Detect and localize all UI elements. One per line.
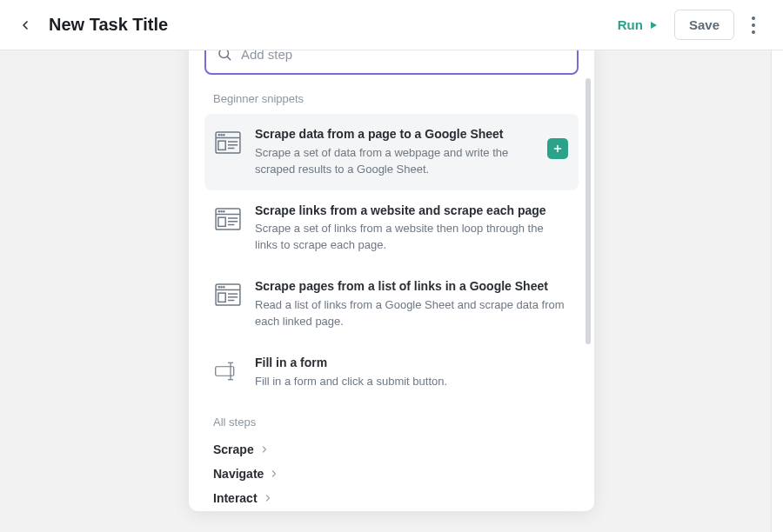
svg-point-25 xyxy=(218,287,219,288)
svg-rect-19 xyxy=(218,217,225,226)
step-category-label: Interact xyxy=(213,491,258,505)
svg-rect-32 xyxy=(216,366,234,376)
snippet-description: Read a list of links from a Google Sheet… xyxy=(255,297,568,330)
back-button[interactable] xyxy=(16,16,35,35)
kebab-icon xyxy=(752,15,755,36)
page-title[interactable]: New Task Title xyxy=(49,15,168,35)
svg-marker-0 xyxy=(651,22,657,29)
run-label: Run xyxy=(618,17,643,32)
app-header: New Task Title Run Save xyxy=(0,0,783,50)
browser-icon xyxy=(215,206,241,232)
snippet-item[interactable]: Scrape pages from a list of links in a G… xyxy=(204,266,579,342)
chevron-right-icon xyxy=(259,444,270,455)
step-category-label: Navigate xyxy=(213,467,264,481)
chevron-left-icon xyxy=(18,18,32,32)
svg-point-16 xyxy=(218,210,219,211)
chevron-right-icon xyxy=(269,469,279,479)
panel-scrollbar[interactable] xyxy=(586,78,591,344)
snippet-description: Scrape a set of data from a webpage and … xyxy=(255,145,533,178)
more-menu-button[interactable] xyxy=(743,10,764,41)
snippet-item[interactable]: Scrape links from a website and scrape e… xyxy=(204,190,579,267)
svg-point-17 xyxy=(221,210,222,211)
svg-point-6 xyxy=(221,135,222,136)
play-icon xyxy=(648,20,659,30)
all-steps-label: All steps xyxy=(213,416,570,429)
svg-rect-8 xyxy=(218,141,225,150)
step-category[interactable]: Spreadsheet xyxy=(204,510,579,511)
snippet-body: Scrape links from a website and scrape e… xyxy=(255,203,568,255)
svg-line-2 xyxy=(227,57,230,59)
snippet-description: Fill in a form and click a submit button… xyxy=(255,374,568,390)
run-button[interactable]: Run xyxy=(609,12,667,37)
snippet-title: Scrape data from a page to a Google Shee… xyxy=(255,126,533,143)
svg-point-26 xyxy=(221,287,222,288)
add-snippet-button[interactable] xyxy=(547,138,568,159)
snippet-body: Fill in a formFill in a form and click a… xyxy=(255,355,568,390)
snippet-title: Scrape pages from a list of links in a G… xyxy=(255,278,568,295)
snippet-body: Scrape data from a page to a Google Shee… xyxy=(255,126,533,178)
plus-icon xyxy=(552,143,563,154)
browser-icon xyxy=(215,130,241,156)
form-icon xyxy=(215,358,241,384)
browser-icon xyxy=(215,282,241,308)
svg-point-5 xyxy=(218,135,219,136)
step-category[interactable]: Scrape xyxy=(204,437,579,462)
save-button[interactable]: Save xyxy=(674,10,734,40)
beginner-snippets-label: Beginner snippets xyxy=(213,92,570,105)
svg-point-18 xyxy=(224,210,224,211)
step-category[interactable]: Navigate xyxy=(204,462,579,486)
svg-rect-28 xyxy=(218,293,225,302)
snippet-title: Fill in a form xyxy=(255,355,568,371)
snippet-body: Scrape pages from a list of links in a G… xyxy=(255,278,568,330)
page-scrollbar-track[interactable] xyxy=(771,0,783,532)
snippet-description: Scrape a set of links from a website the… xyxy=(255,221,568,254)
svg-point-7 xyxy=(224,135,224,136)
step-category-label: Scrape xyxy=(213,442,254,456)
snippet-item[interactable]: Scrape data from a page to a Google Shee… xyxy=(204,114,579,190)
svg-point-27 xyxy=(224,287,224,288)
chevron-right-icon xyxy=(263,493,273,503)
snippet-item[interactable]: Fill in a formFill in a form and click a… xyxy=(204,342,579,402)
step-category[interactable]: Interact xyxy=(204,486,579,510)
add-step-panel: Beginner snippets Scrape data from a pag… xyxy=(189,24,594,511)
snippet-title: Scrape links from a website and scrape e… xyxy=(255,203,568,219)
